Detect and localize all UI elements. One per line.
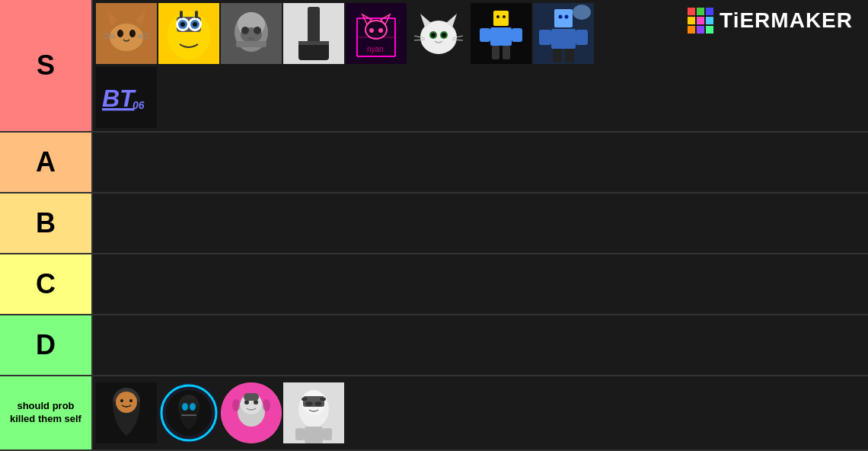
svg-point-1 (110, 24, 143, 51)
logo-cell (688, 26, 695, 34)
svg-point-88 (178, 395, 199, 419)
svg-point-96 (254, 400, 258, 405)
svg-rect-67 (533, 3, 594, 64)
svg-point-40 (365, 21, 387, 39)
svg-point-92 (221, 382, 282, 443)
svg-text:06: 06 (132, 99, 145, 111)
svg-marker-3 (136, 11, 145, 26)
svg-point-15 (176, 18, 190, 31)
svg-point-76 (573, 5, 591, 20)
svg-rect-63 (480, 28, 490, 42)
svg-marker-42 (381, 14, 390, 24)
svg-rect-74 (553, 49, 562, 62)
svg-rect-32 (298, 41, 329, 60)
svg-point-101 (298, 391, 329, 427)
svg-rect-77 (96, 67, 157, 128)
svg-line-57 (452, 40, 463, 40)
tier-content-c (93, 254, 868, 314)
logo-cell (706, 17, 713, 24)
tier-item-grim-reaper[interactable] (158, 382, 219, 443)
tier-item-bt-logo[interactable]: BT 06 (96, 67, 157, 128)
svg-point-102 (302, 390, 326, 414)
svg-line-56 (452, 36, 463, 38)
tier-label-a: A (0, 133, 93, 192)
svg-point-61 (503, 15, 506, 18)
tier-item-minion[interactable] (158, 3, 219, 64)
tierlist-container: TiERMAKER S (0, 0, 868, 451)
svg-point-28 (241, 27, 249, 34)
svg-marker-2 (107, 11, 117, 26)
svg-point-24 (235, 12, 268, 52)
svg-point-4 (117, 30, 123, 37)
svg-rect-97 (244, 393, 259, 401)
tier-label-d: D (0, 315, 93, 375)
tier-item-white-cat[interactable] (408, 3, 469, 64)
svg-line-8 (104, 34, 115, 36)
svg-point-43 (369, 28, 374, 33)
svg-rect-72 (539, 30, 551, 45)
s-tier-row1: nyan (96, 3, 594, 64)
tier-item-spatula[interactable] (283, 3, 344, 64)
tier-item-neon-cat[interactable]: nyan (346, 3, 407, 64)
tier-item-grayscale-character[interactable] (283, 382, 344, 443)
logo-cell (688, 8, 695, 15)
svg-rect-62 (490, 27, 512, 46)
svg-rect-65 (492, 46, 499, 59)
svg-point-6 (120, 31, 123, 36)
svg-marker-48 (420, 14, 431, 27)
svg-line-54 (414, 36, 425, 38)
tier-row-c: C (0, 254, 868, 315)
svg-point-86 (161, 385, 216, 440)
svg-point-19 (190, 20, 199, 29)
svg-rect-27 (236, 41, 266, 47)
svg-rect-21 (180, 11, 183, 18)
tier-item-pink-character[interactable] (221, 382, 282, 443)
tier-row-last: should prob killed them self (0, 376, 868, 451)
svg-point-82 (116, 392, 137, 413)
header: TiERMAKER (688, 8, 853, 34)
logo-cell (697, 8, 704, 15)
svg-rect-91 (181, 414, 196, 416)
svg-point-18 (188, 18, 202, 31)
svg-point-81 (113, 388, 140, 415)
svg-point-106 (305, 401, 313, 406)
svg-point-52 (431, 33, 436, 37)
svg-rect-104 (302, 398, 308, 401)
svg-rect-12 (158, 3, 219, 64)
tier-item-hooded-figure[interactable] (96, 382, 157, 443)
svg-line-11 (138, 37, 149, 38)
tier-row-a: A (0, 133, 868, 194)
tier-item-roblox-yellow[interactable] (471, 3, 531, 64)
svg-point-7 (132, 31, 135, 36)
svg-point-17 (180, 22, 185, 27)
svg-point-5 (129, 30, 136, 37)
tier-content-b (93, 194, 868, 253)
svg-text:BT: BT (102, 85, 136, 112)
svg-text:nyan: nyan (367, 45, 384, 53)
svg-point-16 (178, 20, 187, 29)
svg-point-94 (241, 393, 262, 414)
logo-cell (688, 17, 695, 24)
svg-point-26 (241, 27, 262, 43)
tier-row-d: D (0, 315, 868, 376)
tier-content-d (93, 315, 868, 375)
svg-rect-80 (96, 382, 157, 443)
svg-rect-33 (298, 41, 329, 45)
logo-grid-icon (688, 8, 713, 34)
svg-point-89 (182, 403, 188, 411)
svg-point-25 (238, 12, 265, 37)
tier-item-cat[interactable] (96, 3, 157, 64)
tier-label-s: S (0, 0, 93, 131)
svg-rect-68 (554, 9, 573, 27)
svg-point-50 (429, 31, 437, 39)
svg-point-93 (238, 396, 265, 427)
tier-item-blue-roblox[interactable] (533, 3, 594, 64)
svg-point-29 (254, 27, 261, 34)
logo-cell (697, 26, 704, 34)
svg-rect-58 (471, 3, 531, 64)
logo-cell (697, 17, 704, 24)
tier-item-gray-helmet[interactable] (221, 3, 282, 64)
svg-point-87 (166, 390, 212, 436)
svg-marker-41 (362, 14, 372, 24)
svg-point-84 (129, 399, 132, 402)
